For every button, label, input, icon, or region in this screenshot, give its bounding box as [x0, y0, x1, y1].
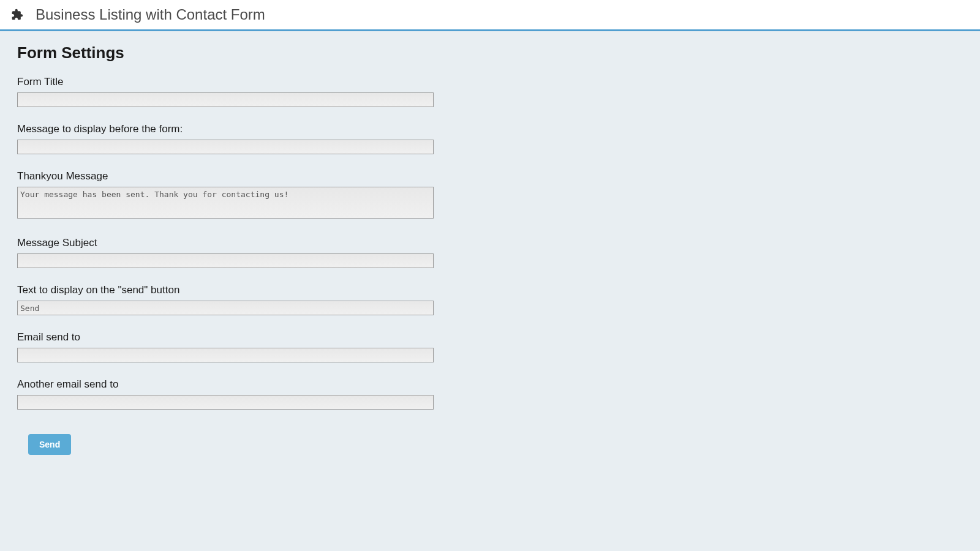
label-form-title: Form Title [17, 76, 963, 88]
field-email-send-to: Email send to [17, 331, 963, 362]
label-email-send-to: Email send to [17, 331, 963, 343]
input-another-email[interactable] [17, 395, 434, 410]
page-header: Business Listing with Contact Form [0, 0, 980, 31]
input-form-title[interactable] [17, 92, 434, 107]
label-another-email: Another email send to [17, 378, 963, 391]
page-title: Business Listing with Contact Form [36, 6, 265, 23]
input-message-subject[interactable] [17, 253, 434, 268]
field-send-button-text: Text to display on the "send" button [17, 284, 963, 315]
send-button[interactable]: Send [28, 434, 71, 455]
field-another-email: Another email send to [17, 378, 963, 410]
field-form-title: Form Title [17, 76, 963, 107]
input-message-before[interactable] [17, 140, 434, 154]
input-email-send-to[interactable] [17, 348, 434, 362]
field-thankyou: Thankyou Message Your message has been s… [17, 170, 963, 221]
field-message-subject: Message Subject [17, 237, 963, 268]
label-thankyou: Thankyou Message [17, 170, 963, 182]
puzzle-icon [11, 9, 23, 21]
label-send-button-text: Text to display on the "send" button [17, 284, 963, 296]
label-message-subject: Message Subject [17, 237, 963, 249]
section-heading: Form Settings [17, 43, 963, 62]
content-area: Form Settings Form Title Message to disp… [0, 31, 980, 467]
textarea-thankyou[interactable]: Your message has been sent. Thank you fo… [17, 187, 434, 219]
field-message-before: Message to display before the form: [17, 123, 963, 154]
input-send-button-text[interactable] [17, 301, 434, 315]
label-message-before: Message to display before the form: [17, 123, 963, 135]
